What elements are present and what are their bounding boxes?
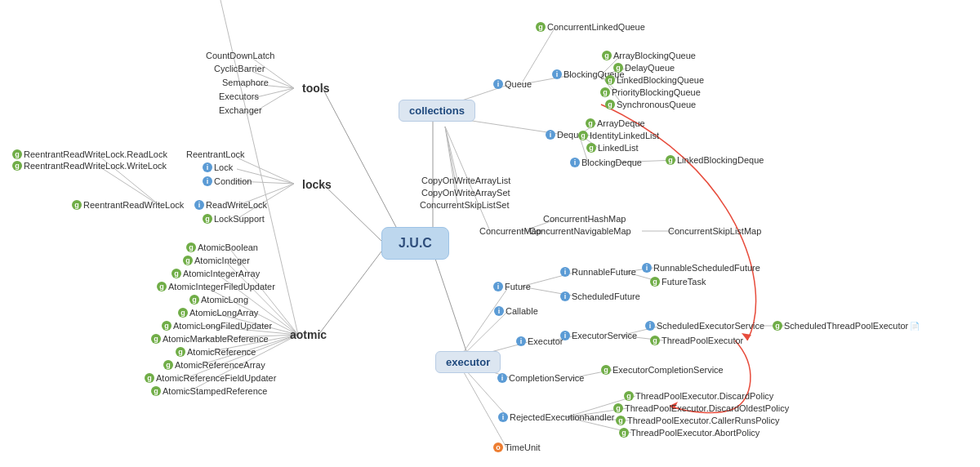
node-exchanger: Exchanger — [219, 105, 262, 115]
label-futuretask: FutureTask — [662, 277, 706, 287]
node-linkedblockingqueue: g LinkedBlockingQueue — [605, 75, 704, 85]
label-executorservice: ExecutorService — [572, 331, 637, 340]
node-cyclicbarrier: CyclicBarrier — [214, 64, 265, 73]
node-executor: i Executor — [516, 336, 563, 346]
node-concurrentskiplistmap: ConcurrentSkipListMap — [668, 226, 761, 236]
node-rejectedexecutionhandler: i RejectedExecutionhandler — [498, 412, 614, 422]
icon-callable: i — [494, 306, 504, 316]
icon-deque: i — [546, 130, 555, 140]
category-collections: collections — [399, 100, 475, 122]
icon-rrwl: g — [72, 200, 82, 210]
label-delayqueue: DelayQueue — [625, 63, 675, 73]
node-priorityblockingqueue: g PriorityBlockingQueue — [600, 87, 701, 97]
label-runnablefuture: RunnableFuture — [572, 267, 636, 277]
icon-atomicstampedreference: g — [151, 386, 161, 396]
label-readwritelock: ReadWriteLock — [206, 200, 267, 210]
label-atomiclongarray: AtomicLongArray — [189, 308, 258, 318]
node-copyonwritearraylist: CopyOnWriteArrayList — [421, 176, 510, 185]
label-semaphore: Semaphore — [222, 78, 269, 87]
juc-label: J.U.C — [399, 236, 432, 250]
category-locks: locks — [302, 178, 332, 191]
label-rrwl-writelock: ReentrantReadWriteLock.WriteLock — [24, 161, 167, 171]
label-concurrentnavigablemap: ConcurrentNavigableMap — [529, 226, 631, 236]
svg-line-50 — [457, 287, 509, 361]
icon-arraydeque: g — [586, 118, 595, 128]
node-tpe-discardpolicy: g ThreadPoolExecutor.DiscardPolicy — [624, 391, 773, 401]
icon-blockingqueue: i — [552, 69, 562, 79]
node-atomicmarkablereference: g AtomicMarkableReference — [151, 334, 269, 344]
label-scheduledexecutorservice: ScheduledExecutorService — [657, 321, 764, 331]
node-tpe-discardoldestpolicy: g ThreadPoolExecutor.DiscardOldestPolicy — [613, 403, 789, 413]
label-priorityblockingqueue: PriorityBlockingQueue — [612, 87, 701, 97]
label-locksupport: LockSupport — [214, 214, 265, 224]
icon-locksupport: g — [203, 214, 212, 224]
icon-tpe-discardoldestpolicy: g — [613, 403, 623, 413]
icon-condition: i — [203, 176, 212, 186]
icon-linkedblockingqueue: g — [605, 75, 615, 85]
node-concurrentskiplistset: ConcurrentSkipListSet — [420, 200, 509, 210]
label-concurrentskiplistset: ConcurrentSkipListSet — [420, 200, 509, 210]
node-tpe-abortpolicy: g ThreadPoolExecutor.AbortPolicy — [619, 428, 760, 438]
node-scheduledfuture: i ScheduledFuture — [560, 291, 640, 301]
icon-atomicreferencefieldupdater: g — [145, 373, 154, 383]
label-scheduledfuture: ScheduledFuture — [572, 291, 640, 301]
label-executor: Executor — [528, 336, 563, 346]
label-callable: Callable — [506, 306, 538, 316]
icon-scheduledfuture: i — [560, 291, 570, 301]
icon-futuretask: g — [650, 277, 660, 287]
svg-line-0 — [323, 88, 403, 241]
node-lock: i Lock — [203, 162, 233, 172]
icon-future: i — [493, 282, 503, 291]
icon-scheduledexecutorservice: i — [645, 321, 655, 331]
icon-note: 📄 — [910, 322, 920, 331]
label-copyonwritearraylist: CopyOnWriteArrayList — [421, 176, 510, 185]
node-locksupport: g LockSupport — [203, 214, 265, 224]
label-atomiclong: AtomicLong — [201, 295, 248, 305]
node-semaphore: Semaphore — [222, 78, 269, 87]
node-atomicboolean: g AtomicBoolean — [186, 242, 258, 252]
node-concurrentlinkedqueue: g ConcurrentLinkedQueue — [536, 22, 645, 32]
icon-atomicreference: g — [176, 347, 185, 357]
label-atomicintegerarray: AtomicIntegerArray — [183, 269, 260, 278]
label-rrwl: ReentrantReadWriteLock — [83, 200, 184, 210]
icon-completionservice: i — [497, 373, 507, 383]
svg-line-24 — [523, 27, 555, 82]
icon-atomicreferencearray: g — [163, 360, 173, 370]
icon-atomicmarkablereference: g — [151, 334, 161, 344]
node-futuretask: g FutureTask — [650, 277, 706, 287]
label-lock: Lock — [214, 162, 233, 172]
node-rrwl-writelock: g ReentrantReadWriteLock.WriteLock — [12, 161, 167, 171]
label-concurrenthashmap: ConcurrentHashMap — [543, 214, 626, 224]
node-arrayblockingqueue: g ArrayBlockingQueue — [602, 51, 696, 60]
node-condition: i Condition — [203, 176, 252, 186]
icon-atomicinteger: g — [183, 256, 193, 265]
node-atomicreference: g AtomicReference — [176, 347, 256, 357]
label-concurrentskiplistmap: ConcurrentSkipListMap — [668, 226, 761, 236]
label-atomiclongfieldupdater: AtomicLongFiledUpdater — [173, 321, 272, 331]
node-atomicreferencefieldupdater: g AtomicReferenceFieldUpdater — [145, 373, 276, 383]
mindmap-canvas: J.U.C tools locks collections aotmic exe… — [0, 0, 980, 467]
label-linkedblockingdeque: LinkedBlockingDeque — [677, 155, 764, 165]
node-atomicinteger: g AtomicInteger — [183, 256, 250, 265]
label-copyonwritearrayset: CopyOnWriteArraySet — [421, 188, 510, 198]
label-reentrantlock: ReentrantLock — [186, 149, 245, 159]
label-completionservice: CompletionService — [509, 373, 584, 383]
label-runnablescheduledfuture: RunnableScheduledFuture — [653, 263, 760, 273]
icon-priorityblockingqueue: g — [600, 87, 610, 97]
icon-tpe-abortpolicy: g — [619, 428, 629, 438]
node-atomicstampedreference: g AtomicStampedReference — [151, 386, 267, 396]
node-atomiclong: g AtomicLong — [189, 295, 248, 305]
node-rrwl-readlock: g ReentrantReadWriteLock.ReadLock — [12, 149, 167, 159]
label-blockingdeque: BlockingDeque — [581, 158, 642, 167]
icon-runnablefuture: i — [560, 267, 570, 277]
icon-arrayblockingqueue: g — [602, 51, 612, 60]
category-executor: executor — [435, 351, 501, 373]
icon-atomiclongarray: g — [178, 308, 188, 318]
category-tools: tools — [302, 82, 329, 95]
label-cyclicbarrier: CyclicBarrier — [214, 64, 265, 73]
icon-tpe-discardpolicy: g — [624, 391, 634, 401]
node-executors: Executors — [219, 91, 259, 101]
icon-blockingdeque: i — [570, 158, 580, 167]
node-scheduledthreadpoolexecutor: g ScheduledThreadPoolExecutor 📄 — [773, 321, 920, 331]
node-scheduledexecutorservice: i ScheduledExecutorService — [645, 321, 764, 331]
